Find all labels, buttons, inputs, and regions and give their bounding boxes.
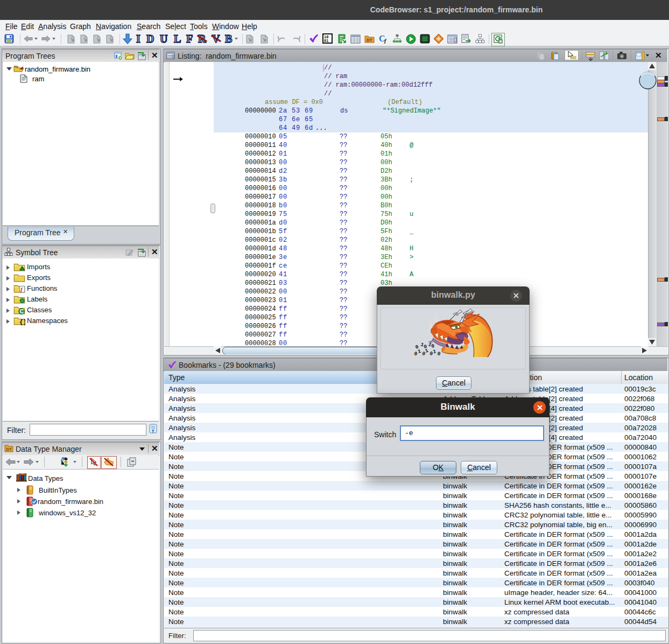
svg-text:DT: DT [6, 447, 12, 452]
svg-text:1: 1 [417, 348, 421, 355]
svg-text:f: f [384, 37, 387, 44]
svg-text:C: C [20, 309, 24, 314]
svg-text:1: 1 [433, 348, 437, 355]
svg-text:01: 01 [324, 39, 328, 43]
svg-text:{}: {} [19, 318, 25, 325]
svg-text:DT: DT [367, 38, 372, 43]
svg-text:0: 0 [436, 351, 441, 357]
